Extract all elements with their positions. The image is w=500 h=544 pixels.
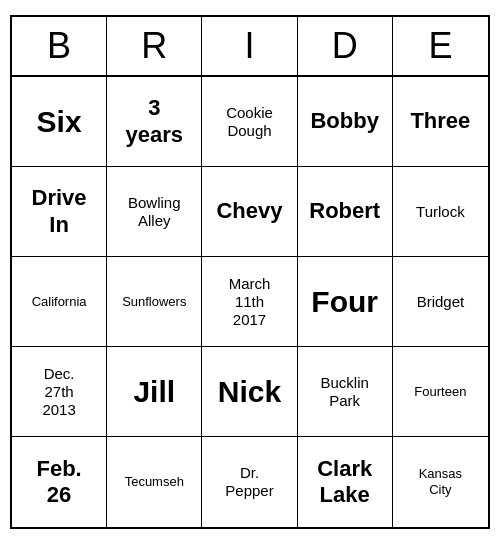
- bingo-cell-17: Nick: [202, 347, 297, 437]
- header-letter-b: B: [12, 17, 107, 75]
- bingo-cell-16: Jill: [107, 347, 202, 437]
- bingo-cell-11: Sunflowers: [107, 257, 202, 347]
- bingo-cell-22: Dr. Pepper: [202, 437, 297, 527]
- header-letter-i: I: [202, 17, 297, 75]
- bingo-cell-13: Four: [298, 257, 393, 347]
- bingo-cell-8: Robert: [298, 167, 393, 257]
- bingo-cell-7: Chevy: [202, 167, 297, 257]
- bingo-cell-14: Bridget: [393, 257, 488, 347]
- bingo-cell-2: Cookie Dough: [202, 77, 297, 167]
- bingo-cell-5: Drive In: [12, 167, 107, 257]
- bingo-cell-19: Fourteen: [393, 347, 488, 437]
- header-letter-e: E: [393, 17, 488, 75]
- header-letter-r: R: [107, 17, 202, 75]
- bingo-cell-3: Bobby: [298, 77, 393, 167]
- bingo-cell-18: Bucklin Park: [298, 347, 393, 437]
- bingo-cell-24: Kansas City: [393, 437, 488, 527]
- bingo-header: BRIDE: [12, 17, 488, 77]
- bingo-cell-23: Clark Lake: [298, 437, 393, 527]
- bingo-cell-1: 3 years: [107, 77, 202, 167]
- bingo-cell-0: Six: [12, 77, 107, 167]
- header-letter-d: D: [298, 17, 393, 75]
- bingo-cell-9: Turlock: [393, 167, 488, 257]
- bingo-cell-21: Tecumseh: [107, 437, 202, 527]
- bingo-grid: Six3 yearsCookie DoughBobbyThreeDrive In…: [12, 77, 488, 527]
- bingo-cell-10: California: [12, 257, 107, 347]
- bingo-cell-4: Three: [393, 77, 488, 167]
- bingo-cell-15: Dec. 27th 2013: [12, 347, 107, 437]
- bingo-cell-12: March 11th 2017: [202, 257, 297, 347]
- bingo-cell-6: Bowling Alley: [107, 167, 202, 257]
- bingo-cell-20: Feb. 26: [12, 437, 107, 527]
- bingo-card: BRIDE Six3 yearsCookie DoughBobbyThreeDr…: [10, 15, 490, 529]
